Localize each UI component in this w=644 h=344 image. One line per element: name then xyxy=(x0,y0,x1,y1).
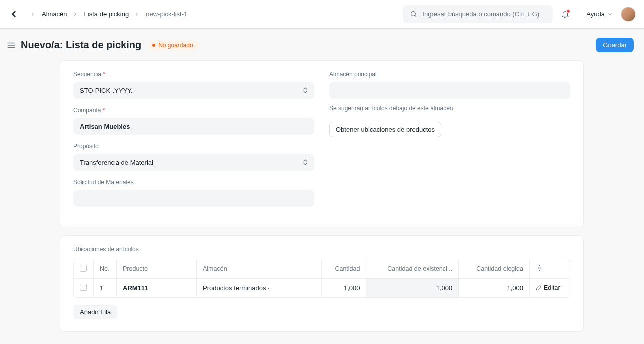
help-menu[interactable]: Ayuda xyxy=(586,10,613,18)
notifications-button[interactable] xyxy=(561,10,570,19)
divider xyxy=(578,9,578,20)
search-input[interactable] xyxy=(422,10,546,18)
table-card: Ubicaciones de artículos No. Producto Al… xyxy=(60,235,584,332)
help-label: Ayuda xyxy=(586,10,605,18)
breadcrumb-almacen[interactable]: Almacén xyxy=(42,10,68,18)
menu-icon xyxy=(7,41,16,50)
page-title: Nuevo/a: Lista de picking xyxy=(21,39,142,51)
purpose-label: Propósito xyxy=(74,143,314,150)
svg-point-1 xyxy=(539,267,541,269)
breadcrumb: Almacén Lista de picking new-pick-list-1 xyxy=(30,10,188,18)
app-logo[interactable] xyxy=(8,8,20,20)
purpose-value: Transferencia de Material xyxy=(80,159,303,166)
material-req-label: Solicitud de Materiales xyxy=(74,179,314,186)
items-table: No. Producto Almacén Cantidad Cantidad d… xyxy=(74,259,570,298)
company-value: Artisan Muebles xyxy=(80,123,308,130)
chevron-down-icon xyxy=(607,11,613,17)
gear-icon xyxy=(536,264,544,272)
form-card: Secuencia * STO-PICK-.YYYY.- Compañía * … xyxy=(60,60,584,227)
menu-toggle[interactable] xyxy=(7,41,16,50)
user-avatar[interactable] xyxy=(621,7,636,22)
save-button[interactable]: Guardar xyxy=(596,38,634,52)
row-qty[interactable]: 1,000 xyxy=(322,279,366,297)
select-arrows-icon xyxy=(303,87,308,94)
table-section-title: Ubicaciones de artículos xyxy=(74,246,570,253)
chevron-right-icon xyxy=(30,11,37,18)
col-picked-qty[interactable]: Cantidad elegida xyxy=(459,259,530,279)
col-qty[interactable]: Cantidad xyxy=(322,259,366,279)
breadcrumb-current: new-pick-list-1 xyxy=(146,10,188,18)
add-row-button[interactable]: Añadir Fila xyxy=(74,305,118,319)
status-text: No guardado xyxy=(158,42,193,49)
main-warehouse-input[interactable] xyxy=(330,82,570,99)
chevron-right-icon xyxy=(72,11,80,18)
col-no: No. xyxy=(94,259,117,279)
row-checkbox[interactable] xyxy=(80,284,87,291)
status-badge: No guardado xyxy=(148,40,199,50)
table-row[interactable]: 1 ARM111 Productos terminados · 1,000 1,… xyxy=(74,279,570,297)
chevron-right-icon xyxy=(134,11,141,18)
material-req-input[interactable] xyxy=(74,190,314,207)
sequence-select[interactable]: STO-PICK-.YYYY.- xyxy=(74,82,314,99)
select-all-checkbox[interactable] xyxy=(80,265,87,272)
notification-dot xyxy=(566,9,570,13)
main-warehouse-help: Se sugerirán artículos debajo de este al… xyxy=(330,105,570,112)
row-picked-qty[interactable]: 1,000 xyxy=(459,279,530,297)
company-input[interactable]: Artisan Muebles xyxy=(74,118,314,135)
sequence-value: STO-PICK-.YYYY.- xyxy=(80,87,303,94)
search-input-container[interactable] xyxy=(403,5,553,23)
col-stock-qty[interactable]: Cantidad de existenci... xyxy=(366,259,459,279)
company-label: Compañía * xyxy=(74,107,314,114)
sequence-label: Secuencia * xyxy=(74,71,314,78)
row-stock-qty[interactable]: 1,000 xyxy=(366,279,459,297)
search-icon xyxy=(410,10,418,18)
pencil-icon xyxy=(536,285,542,291)
main-warehouse-label: Almacén principal xyxy=(330,71,570,78)
row-no: 1 xyxy=(94,279,117,297)
get-locations-button[interactable]: Obtener ubicaciones de productos xyxy=(330,122,442,137)
status-dot xyxy=(152,44,156,47)
table-settings-button[interactable] xyxy=(536,264,544,272)
edit-label: Editar xyxy=(544,284,560,291)
row-product[interactable]: ARM111 xyxy=(117,279,197,297)
table-header-row: No. Producto Almacén Cantidad Cantidad d… xyxy=(74,259,570,279)
edit-row-button[interactable]: Editar xyxy=(536,284,560,291)
col-warehouse[interactable]: Almacén xyxy=(197,259,322,279)
purpose-select[interactable]: Transferencia de Material xyxy=(74,154,314,171)
col-product[interactable]: Producto xyxy=(117,259,197,279)
row-warehouse[interactable]: Productos terminados · xyxy=(197,279,322,297)
breadcrumb-lista-picking[interactable]: Lista de picking xyxy=(84,10,130,18)
select-arrows-icon xyxy=(303,159,308,166)
